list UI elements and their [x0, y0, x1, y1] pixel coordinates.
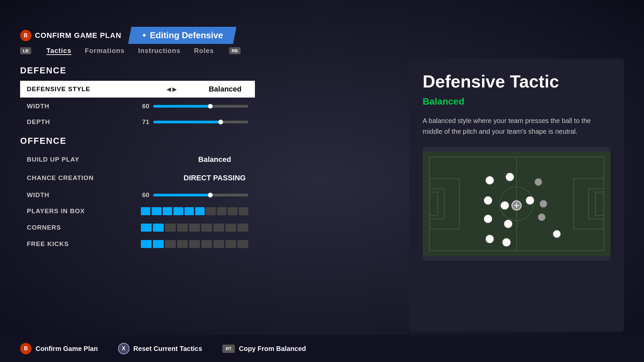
c-seg-9	[237, 224, 248, 232]
fk-seg-5	[189, 240, 200, 248]
defence-width-fill	[153, 105, 210, 108]
defensive-style-value: Balanced	[209, 85, 241, 94]
svg-point-15	[504, 220, 512, 228]
top-header: B CONFIRM GAME PLAN Editing Defensive	[20, 27, 236, 44]
defence-width-slider[interactable]	[153, 105, 248, 108]
fk-seg-6	[201, 240, 212, 248]
bottom-btn-x: X	[118, 343, 129, 354]
fk-seg-9	[237, 240, 248, 248]
offence-width-slider[interactable]	[153, 194, 248, 196]
offence-width-row: WIDTH 60	[20, 188, 255, 202]
defensive-style-row[interactable]: DEFENSIVE STYLE ◀ ▶ Balanced	[20, 81, 255, 98]
confirm-action-label: Confirm Game Plan	[36, 345, 98, 353]
players-in-box-bar[interactable]	[141, 207, 248, 215]
arrow-right-icon[interactable]: ▶	[172, 86, 176, 93]
tab-formations[interactable]: Formations	[85, 47, 125, 55]
corners-label: CORNERS	[27, 224, 134, 231]
defensive-style-label: DEFENSIVE STYLE	[27, 85, 134, 93]
confirm-game-plan-action[interactable]: B Confirm Game Plan	[20, 343, 98, 354]
free-kicks-label: FREE KICKS	[27, 240, 134, 248]
fk-seg-1	[141, 240, 152, 248]
defence-depth-slider[interactable]	[153, 121, 248, 123]
pib-seg-5	[184, 207, 194, 215]
c-seg-6	[201, 224, 212, 232]
left-panel: DEFENCE DEFENSIVE STYLE ◀ ▶ Balanced WID…	[20, 59, 255, 332]
defence-section-header: DEFENCE	[20, 65, 255, 76]
players-in-box-row: PLAYERS IN BOX	[20, 204, 255, 219]
svg-point-14	[484, 215, 492, 223]
defence-width-thumb[interactable]	[208, 104, 213, 109]
bottom-bar: B Confirm Game Plan X Reset Current Tact…	[0, 335, 644, 362]
copy-action-label: Copy From Balanced	[239, 345, 306, 353]
offence-width-label: WIDTH	[27, 191, 134, 199]
offence-width-value: 60	[134, 191, 149, 199]
btn-rb: RB	[229, 47, 241, 54]
pib-seg-8	[217, 207, 226, 215]
editing-defensive-badge: Editing Defensive	[128, 27, 236, 44]
defence-depth-label: DEPTH	[27, 118, 134, 126]
fk-seg-3	[165, 240, 176, 248]
tactic-description: A balanced style where your team presses…	[423, 115, 610, 137]
chance-creation-label: CHANCE CREATION	[27, 174, 134, 182]
chance-creation-row[interactable]: CHANCE CREATION DIRECT PASSING	[20, 170, 255, 186]
tactic-title: Defensive Tactic	[423, 72, 610, 91]
defence-width-label: WIDTH	[27, 103, 134, 110]
svg-point-13	[501, 201, 509, 209]
bottom-btn-rt: RT	[222, 345, 235, 353]
pib-seg-7	[206, 207, 215, 215]
svg-point-25	[553, 230, 560, 238]
build-up-play-row[interactable]: BUILD UP PLAY Balanced	[20, 151, 255, 168]
arrow-left-icon[interactable]: ◀	[167, 86, 171, 93]
fk-seg-8	[225, 240, 236, 248]
defence-width-value: 60	[134, 103, 149, 110]
defence-depth-value: 71	[134, 118, 149, 126]
pib-seg-3	[163, 207, 172, 215]
svg-point-16	[486, 235, 494, 243]
pib-seg-9	[228, 207, 237, 215]
tactic-subtitle: Balanced	[423, 96, 610, 107]
fk-seg-4	[177, 240, 188, 248]
defence-depth-thumb[interactable]	[218, 120, 223, 124]
svg-point-23	[540, 200, 547, 207]
defensive-style-arrows[interactable]: ◀ ▶	[167, 86, 176, 93]
c-seg-3	[165, 224, 176, 232]
corners-bar[interactable]	[141, 224, 248, 232]
svg-point-12	[484, 196, 492, 204]
reset-action-label: Reset Current Tactics	[133, 345, 202, 353]
confirm-game-plan-label: CONFIRM GAME PLAN	[35, 31, 121, 40]
c-seg-5	[189, 224, 200, 232]
confirm-game-plan[interactable]: B CONFIRM GAME PLAN	[20, 30, 121, 41]
reset-tactics-action[interactable]: X Reset Current Tactics	[118, 343, 202, 354]
players-in-box-label: PLAYERS IN BOX	[27, 207, 134, 215]
chance-creation-value: DIRECT PASSING	[181, 174, 248, 182]
tab-roles[interactable]: Roles	[194, 47, 214, 55]
tab-instructions[interactable]: Instructions	[138, 47, 180, 55]
c-seg-2	[153, 224, 164, 232]
pitch-svg	[423, 147, 610, 261]
c-seg-8	[225, 224, 236, 232]
svg-point-10	[486, 176, 494, 184]
main-content: DEFENCE DEFENSIVE STYLE ◀ ▶ Balanced WID…	[20, 59, 624, 332]
free-kicks-row: FREE KICKS	[20, 237, 255, 251]
svg-point-11	[506, 173, 514, 181]
pib-seg-6	[195, 207, 205, 215]
copy-from-balanced-action[interactable]: RT Copy From Balanced	[222, 345, 306, 353]
free-kicks-bar[interactable]	[141, 240, 248, 248]
defence-depth-row: DEPTH 71	[20, 115, 255, 129]
tab-tactics[interactable]: Tactics	[46, 47, 71, 55]
pib-seg-10	[239, 207, 248, 215]
svg-point-21	[526, 196, 534, 204]
offence-section-header: OFFENCE	[20, 136, 255, 146]
build-up-play-label: BUILD UP PLAY	[27, 156, 134, 163]
svg-point-22	[535, 178, 542, 186]
fk-seg-7	[213, 240, 224, 248]
c-seg-4	[177, 224, 188, 232]
bottom-btn-b: B	[20, 343, 32, 354]
offence-width-thumb[interactable]	[208, 193, 213, 197]
pib-seg-2	[152, 207, 161, 215]
defence-width-row: WIDTH 60	[20, 99, 255, 113]
c-seg-1	[141, 224, 152, 232]
fk-seg-2	[153, 240, 164, 248]
svg-point-17	[502, 238, 511, 246]
c-seg-7	[213, 224, 224, 232]
